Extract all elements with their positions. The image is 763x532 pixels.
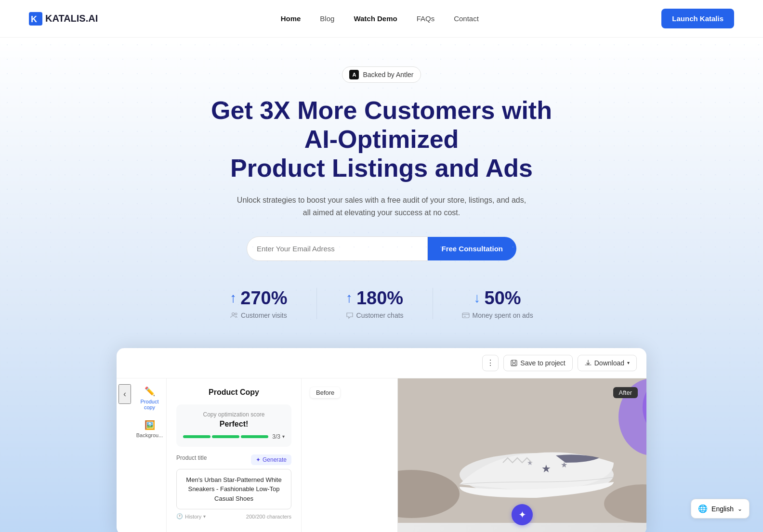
- sidebar-nav: ✏️ Product copy 🖼️ Backgrou...: [133, 378, 167, 532]
- demo-card: ⋮ Save to project Download: [117, 348, 646, 532]
- product-title-section: Product title ✦ Generate Men's Urban Sta…: [176, 454, 291, 520]
- users-icon: [230, 311, 238, 319]
- svg-point-2: [232, 312, 235, 315]
- product-copy-icon: ✏️: [145, 386, 155, 397]
- background-icon: 🖼️: [145, 420, 155, 430]
- shoe-image: ★ ★ ★: [398, 378, 646, 523]
- more-options-button[interactable]: ⋮: [482, 355, 499, 371]
- back-button[interactable]: ‹: [118, 384, 131, 404]
- demo-topbar: ⋮ Save to project Download: [117, 348, 646, 378]
- arrow-up-icon: ↑: [230, 290, 237, 306]
- navbar: K KATALIS.AI Home Blog Watch Demo FAQs C…: [0, 0, 763, 38]
- product-copy-panel: Product Copy Copy optimization score Per…: [167, 378, 302, 532]
- download-icon: [585, 360, 592, 366]
- free-consultation-button[interactable]: Free Consultation: [428, 237, 516, 260]
- nav-links: Home Blog Watch Demo FAQs Contact: [281, 14, 479, 23]
- product-title-text: Men's Urban Star-Patterned White Sneaker…: [176, 469, 291, 510]
- hero-subtitle: Unlock strategies to boost your sales wi…: [232, 194, 531, 219]
- panel-title: Product Copy: [176, 388, 291, 397]
- sidebar-product-copy[interactable]: ✏️ Product copy: [137, 386, 162, 410]
- history-chevron-icon: ▾: [203, 514, 206, 519]
- logo-text: KATALIS.AI: [45, 13, 98, 24]
- after-label: After: [613, 387, 638, 398]
- launch-katalis-button[interactable]: Launch Katalis: [661, 9, 734, 28]
- before-panel: Before: [302, 378, 398, 532]
- generate-button[interactable]: ✦ Generate: [251, 454, 291, 465]
- ads-icon: [462, 311, 470, 319]
- svg-text:K: K: [31, 14, 37, 24]
- score-chevron-icon: ▾: [282, 434, 285, 439]
- score-label: Copy optimization score: [183, 411, 285, 418]
- sidebar-background[interactable]: 🖼️ Backgrou...: [136, 420, 163, 438]
- save-icon: [511, 360, 517, 366]
- language-chevron-icon: ⌄: [737, 506, 742, 512]
- nav-faqs[interactable]: FAQs: [417, 14, 435, 23]
- globe-icon: 🌐: [698, 504, 708, 513]
- download-button[interactable]: Download ▾: [578, 355, 637, 371]
- stat-ads-value: ↓ 50%: [474, 288, 521, 309]
- svg-point-3: [235, 313, 237, 315]
- hero-title-line2: Product Listings and Ads: [230, 154, 533, 182]
- logo[interactable]: K KATALIS.AI: [29, 12, 98, 26]
- svg-rect-4: [462, 313, 469, 318]
- title-footer: 🕐 History ▾ 200/200 characters: [176, 513, 291, 519]
- badge-text: Backed by Antler: [363, 71, 413, 78]
- chevron-down-icon: ▾: [627, 360, 630, 365]
- svg-text:★: ★: [541, 463, 551, 475]
- char-count: 200/200 characters: [246, 514, 291, 519]
- nav-contact[interactable]: Contact: [454, 14, 479, 23]
- antler-icon: A: [349, 70, 359, 79]
- ai-action-button[interactable]: ✦: [512, 504, 533, 525]
- antler-badge: A Backed by Antler: [342, 66, 421, 83]
- after-panel: After: [398, 378, 646, 532]
- nav-watch-demo[interactable]: Watch Demo: [354, 14, 397, 23]
- clock-icon: 🕐: [176, 513, 183, 519]
- ai-sparkle-icon: ✦: [518, 509, 526, 520]
- demo-section: ⋮ Save to project Download: [117, 348, 646, 532]
- stat-money-ads: ↓ 50% Money spent on ads: [433, 288, 562, 319]
- save-to-project-button[interactable]: Save to project: [503, 355, 572, 371]
- hero-title: Get 3X More Customers with AI-Optimized …: [194, 96, 569, 182]
- chat-icon: [346, 311, 354, 319]
- copy-score-card: Copy optimization score Perfect! 3/3 ▾: [176, 404, 291, 447]
- stat-chats-label: Customer chats: [346, 311, 404, 319]
- score-bar-container: 3/3 ▾: [183, 433, 285, 440]
- score-bar-2: [212, 435, 239, 438]
- language-label: English: [711, 505, 734, 513]
- image-compare-area: Before After: [302, 378, 646, 532]
- svg-rect-6: [513, 363, 515, 365]
- sparkle-icon: ✦: [256, 456, 261, 463]
- email-form: Free Consultation: [247, 236, 516, 261]
- score-fraction: 3/3 ▾: [272, 433, 285, 440]
- hero-title-line1: Get 3X More Customers with AI-Optimized: [211, 96, 552, 153]
- stats-section: ↑ 270% Customer visits ↑ 180%: [19, 288, 744, 319]
- score-bar-3: [241, 435, 268, 438]
- title-label-row: Product title ✦ Generate: [176, 454, 291, 465]
- history-button[interactable]: 🕐 History ▾: [176, 513, 206, 519]
- score-bar-1: [183, 435, 210, 438]
- svg-rect-5: [511, 360, 517, 366]
- stat-visits-value: ↑ 270%: [230, 288, 287, 309]
- nav-blog[interactable]: Blog: [320, 14, 334, 23]
- email-input[interactable]: [247, 236, 428, 261]
- hero-section: A Backed by Antler Get 3X More Customers…: [0, 38, 763, 532]
- score-value: Perfect!: [183, 420, 285, 428]
- arrow-up-icon-2: ↑: [346, 290, 353, 306]
- stat-visits-label: Customer visits: [230, 311, 287, 319]
- stat-customer-chats: ↑ 180% Customer chats: [316, 288, 433, 319]
- stat-ads-label: Money spent on ads: [462, 311, 533, 319]
- before-label: Before: [310, 387, 340, 398]
- logo-icon: K: [29, 12, 42, 26]
- language-selector[interactable]: 🌐 English ⌄: [691, 499, 750, 519]
- arrow-down-icon: ↓: [474, 290, 481, 306]
- stat-customer-visits: ↑ 270% Customer visits: [201, 288, 316, 319]
- product-title-label: Product title: [176, 454, 207, 461]
- back-section: ‹: [117, 378, 133, 532]
- nav-home[interactable]: Home: [281, 14, 301, 23]
- score-bars: [183, 435, 268, 438]
- demo-body: ‹ ✏️ Product copy 🖼️ Backgrou... Product: [117, 378, 646, 532]
- stat-chats-value: ↑ 180%: [346, 288, 403, 309]
